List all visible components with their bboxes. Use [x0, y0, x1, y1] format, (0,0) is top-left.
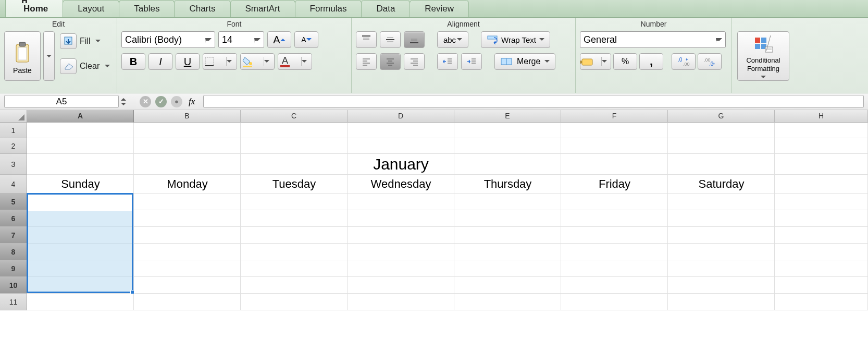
cell-D5[interactable] — [348, 194, 454, 210]
cell-C4[interactable]: Tuesday — [241, 175, 348, 194]
font-size-combo[interactable]: 14 — [218, 31, 264, 48]
cell-H3[interactable] — [775, 154, 868, 175]
cell-C8[interactable] — [241, 244, 348, 260]
decrease-indent-button[interactable] — [437, 53, 458, 70]
cell-E2[interactable] — [454, 138, 561, 154]
cell-C10[interactable] — [241, 277, 348, 294]
cell-H5[interactable] — [775, 194, 868, 210]
cell-B4[interactable]: Monday — [134, 175, 241, 194]
cell-C11[interactable] — [241, 294, 348, 310]
cell-D1[interactable] — [348, 123, 454, 138]
cell-D7[interactable] — [348, 227, 454, 244]
formula-input[interactable] — [203, 95, 864, 108]
cell-G9[interactable] — [668, 260, 775, 277]
cell-C5[interactable] — [241, 194, 348, 210]
cell-A9[interactable] — [27, 260, 134, 277]
cell-G2[interactable] — [668, 138, 775, 154]
cell-A8[interactable] — [27, 244, 134, 260]
cell-E9[interactable] — [454, 260, 561, 277]
select-all-corner[interactable] — [0, 110, 27, 123]
row-header-1[interactable]: 1 — [0, 123, 27, 138]
row-header-4[interactable]: 4 — [0, 175, 27, 194]
cell-B11[interactable] — [134, 294, 241, 310]
cell-B1[interactable] — [134, 123, 241, 138]
cell-D2[interactable] — [348, 138, 454, 154]
italic-button[interactable]: I — [148, 53, 172, 70]
column-header-G[interactable]: G — [668, 110, 775, 123]
cell-E6[interactable] — [454, 210, 561, 227]
name-box-stepper[interactable] — [121, 93, 133, 110]
tab-tables[interactable]: Tables — [119, 0, 175, 17]
cell-D4[interactable]: Wednesday — [348, 175, 454, 194]
cell-A6[interactable] — [27, 210, 134, 227]
cell-D10[interactable] — [348, 277, 454, 294]
cell-D11[interactable] — [348, 294, 454, 310]
column-header-H[interactable]: H — [775, 110, 868, 123]
align-left-button[interactable] — [356, 53, 377, 70]
cell-F4[interactable]: Friday — [561, 175, 668, 194]
paste-dropdown[interactable] — [43, 31, 55, 81]
row-header-9[interactable]: 9 — [0, 260, 27, 277]
chevron-down-icon[interactable] — [226, 57, 237, 66]
cell-E5[interactable] — [454, 194, 561, 210]
cell-G5[interactable] — [668, 194, 775, 210]
align-middle-button[interactable] — [380, 31, 401, 48]
column-header-B[interactable]: B — [134, 110, 241, 123]
cell-F7[interactable] — [561, 227, 668, 244]
cell-D8[interactable] — [348, 244, 454, 260]
row-header-8[interactable]: 8 — [0, 244, 27, 260]
cell-G4[interactable]: Saturday — [668, 175, 775, 194]
cell-F2[interactable] — [561, 138, 668, 154]
row-header-10[interactable]: 10 — [0, 277, 27, 294]
cell-H11[interactable] — [775, 294, 868, 310]
bold-button[interactable]: B — [121, 53, 145, 70]
cell-H1[interactable] — [775, 123, 868, 138]
cell-F10[interactable] — [561, 277, 668, 294]
fill-color-button[interactable] — [240, 53, 275, 70]
number-format-combo[interactable]: General — [580, 31, 726, 48]
percent-button[interactable]: % — [613, 53, 637, 70]
cell-B7[interactable] — [134, 227, 241, 244]
cell-H7[interactable] — [775, 227, 868, 244]
row-header-3[interactable]: 3 — [0, 154, 27, 175]
chevron-down-icon[interactable] — [601, 57, 611, 66]
cell-G6[interactable] — [668, 210, 775, 227]
cell-H6[interactable] — [775, 210, 868, 227]
cell-E1[interactable] — [454, 123, 561, 138]
cell-D9[interactable] — [348, 260, 454, 277]
font-name-combo[interactable]: Calibri (Body) — [121, 31, 215, 48]
conditional-formatting-button[interactable]: Conditional Formatting — [737, 31, 789, 81]
cell-A11[interactable] — [27, 294, 134, 310]
cell-E4[interactable]: Thursday — [454, 175, 561, 194]
formula-builder-button[interactable]: ● — [171, 96, 182, 107]
tab-smartart[interactable]: SmartArt — [230, 0, 295, 17]
tab-review[interactable]: Review — [410, 0, 469, 17]
borders-button[interactable] — [203, 53, 237, 70]
cell-F1[interactable] — [561, 123, 668, 138]
grow-font-button[interactable]: A — [267, 31, 291, 48]
cell-H8[interactable] — [775, 244, 868, 260]
chevron-down-icon[interactable] — [105, 65, 110, 70]
shrink-font-button[interactable]: A — [294, 31, 318, 48]
chevron-down-icon[interactable] — [264, 57, 274, 66]
cell-F8[interactable] — [561, 244, 668, 260]
tab-home[interactable]: Home — [5, 0, 63, 17]
cell-G10[interactable] — [668, 277, 775, 294]
cell-H2[interactable] — [775, 138, 868, 154]
row-header-7[interactable]: 7 — [0, 227, 27, 244]
cell-G1[interactable] — [668, 123, 775, 138]
cell-A10[interactable] — [27, 277, 134, 294]
column-header-A[interactable]: A — [27, 110, 134, 123]
tab-charts[interactable]: Charts — [174, 0, 230, 17]
column-header-C[interactable]: C — [241, 110, 348, 123]
currency-button[interactable] — [580, 53, 611, 70]
increase-decimal-button[interactable]: .00.0 — [698, 53, 722, 70]
tab-data[interactable]: Data — [361, 0, 410, 17]
cell-G8[interactable] — [668, 244, 775, 260]
accept-formula-button[interactable]: ✓ — [155, 96, 167, 107]
cell-C6[interactable] — [241, 210, 348, 227]
align-top-button[interactable] — [356, 31, 377, 48]
cell-H10[interactable] — [775, 277, 868, 294]
cell-E10[interactable] — [454, 277, 561, 294]
chevron-down-icon[interactable] — [301, 57, 312, 66]
